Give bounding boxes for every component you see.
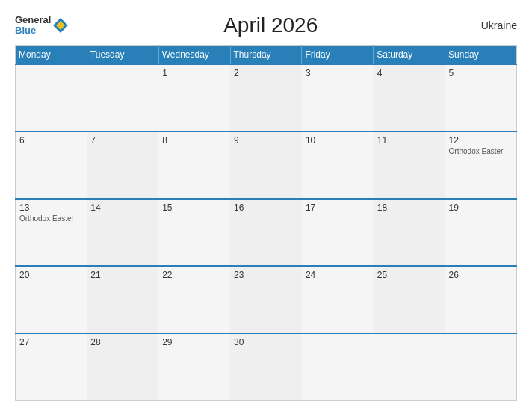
- page: General Blue April 2026 Ukraine Monday T…: [0, 0, 532, 411]
- calendar-cell: 26: [445, 266, 517, 333]
- header: General Blue April 2026 Ukraine: [15, 13, 517, 37]
- day-number: 25: [377, 270, 442, 280]
- calendar-cell: 15: [158, 199, 230, 266]
- logo: General Blue: [15, 15, 69, 37]
- col-tuesday: Tuesday: [87, 46, 158, 65]
- calendar-cell: 6: [16, 132, 87, 199]
- calendar-cell: [302, 333, 374, 401]
- calendar-cell: 29: [158, 333, 230, 401]
- calendar-cell: 25: [374, 266, 445, 333]
- calendar-cell: 5: [445, 64, 517, 132]
- calendar-cell: 9: [230, 132, 302, 199]
- day-number: 17: [306, 203, 370, 213]
- calendar-cell: [87, 64, 158, 132]
- calendar-cell: 11: [374, 132, 445, 199]
- calendar-cell: 7: [87, 132, 158, 199]
- day-number: 5: [449, 68, 513, 78]
- day-number: 24: [306, 270, 370, 280]
- day-number: 1: [162, 68, 226, 78]
- day-number: 10: [306, 135, 370, 146]
- table-row: 20212223242526: [16, 266, 517, 333]
- logo-blue-text: Blue: [15, 25, 51, 36]
- table-row: 6789101112Orthodox Easter: [16, 132, 517, 199]
- col-saturday: Saturday: [374, 46, 445, 65]
- calendar-cell: [374, 333, 445, 401]
- day-number: 8: [162, 135, 226, 146]
- day-number: 30: [234, 337, 298, 347]
- calendar-cell: 20: [16, 266, 87, 333]
- calendar-cell: 28: [87, 333, 158, 401]
- day-number: 13: [19, 203, 83, 213]
- calendar-cell: 22: [158, 266, 230, 333]
- day-number: 27: [19, 337, 83, 347]
- day-number: 11: [377, 135, 442, 146]
- table-row: 12345: [16, 64, 517, 132]
- col-friday: Friday: [302, 46, 374, 65]
- calendar-header-row: Monday Tuesday Wednesday Thursday Friday…: [16, 46, 517, 65]
- day-number: 15: [162, 203, 226, 213]
- calendar-cell: [16, 64, 87, 132]
- event-label: Orthodox Easter: [19, 214, 83, 223]
- col-thursday: Thursday: [230, 46, 302, 65]
- calendar-table: Monday Tuesday Wednesday Thursday Friday…: [15, 45, 517, 401]
- day-number: 26: [449, 270, 513, 280]
- calendar-cell: 19: [445, 199, 517, 266]
- table-row: 27282930: [16, 333, 517, 401]
- col-wednesday: Wednesday: [158, 46, 230, 65]
- table-row: 13Orthodox Easter141516171819: [16, 199, 517, 266]
- calendar-cell: 14: [87, 199, 158, 266]
- calendar-cell: 17: [302, 199, 374, 266]
- calendar-cell: 10: [302, 132, 374, 199]
- calendar-cell: 16: [230, 199, 302, 266]
- day-number: 9: [234, 135, 298, 146]
- calendar-cell: 13Orthodox Easter: [16, 199, 87, 266]
- day-number: 3: [306, 68, 370, 78]
- calendar-cell: [445, 333, 517, 401]
- calendar-cell: 12Orthodox Easter: [445, 132, 517, 199]
- calendar-cell: 1: [158, 64, 230, 132]
- day-number: 4: [377, 68, 442, 78]
- day-number: 14: [90, 203, 155, 213]
- event-label: Orthodox Easter: [449, 147, 513, 155]
- day-number: 23: [234, 270, 298, 280]
- logo-flag-icon: [52, 17, 69, 34]
- calendar-cell: 24: [302, 266, 374, 333]
- calendar-cell: 8: [158, 132, 230, 199]
- day-number: 16: [234, 203, 298, 213]
- day-number: 6: [19, 135, 83, 146]
- calendar-cell: 30: [230, 333, 302, 401]
- day-number: 7: [90, 135, 155, 146]
- calendar-cell: 4: [374, 64, 445, 132]
- calendar-cell: 2: [230, 64, 302, 132]
- day-number: 28: [90, 337, 155, 347]
- day-number: 20: [19, 270, 83, 280]
- calendar-cell: 3: [302, 64, 374, 132]
- day-number: 19: [449, 203, 513, 213]
- col-sunday: Sunday: [445, 46, 517, 65]
- day-number: 18: [377, 203, 442, 213]
- calendar-title: April 2026: [69, 13, 472, 37]
- day-number: 22: [162, 270, 226, 280]
- day-number: 21: [90, 270, 155, 280]
- calendar-cell: 21: [87, 266, 158, 333]
- calendar-cell: 27: [16, 333, 87, 401]
- day-number: 12: [449, 135, 513, 146]
- day-number: 29: [162, 337, 226, 347]
- country-label: Ukraine: [472, 19, 517, 31]
- calendar-cell: 18: [374, 199, 445, 266]
- day-number: 2: [234, 68, 298, 78]
- logo-general-text: General: [15, 15, 51, 25]
- calendar-cell: 23: [230, 266, 302, 333]
- col-monday: Monday: [16, 46, 87, 65]
